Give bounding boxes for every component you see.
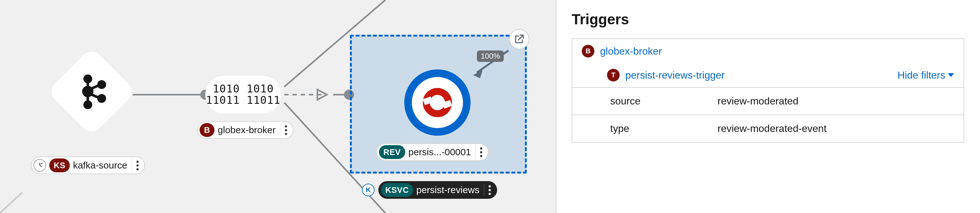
ksvc-pill[interactable]: KSVC persist-reviews	[379, 181, 497, 199]
details-panel: Triggers B globex-broker T persist-revie…	[556, 0, 980, 213]
triggers-box: B globex-broker T persist-reviews-trigge…	[572, 38, 964, 143]
badge-ksvc: KSVC	[381, 183, 413, 197]
trigger-link[interactable]: persist-reviews-trigger	[625, 70, 725, 81]
svg-rect-16	[86, 79, 89, 104]
kafka-diamond	[47, 47, 137, 136]
kebab-icon[interactable]	[484, 184, 493, 196]
openshift-icon	[416, 81, 458, 124]
panel-divider	[556, 0, 557, 213]
revision-pill[interactable]: REV persis...-00001	[377, 143, 488, 161]
panel-title: Triggers	[572, 11, 964, 28]
broker-glyph-2: 11011 11011	[206, 95, 280, 106]
deployment-ring[interactable]	[404, 70, 471, 136]
kafka-source-pill[interactable]: KS kafka-source	[31, 156, 145, 174]
svg-line-17	[90, 85, 99, 89]
table-row: type review-moderated-event	[572, 115, 964, 142]
chevron-down-icon	[948, 73, 954, 77]
badge-ks: KS	[49, 158, 70, 172]
svg-line-18	[90, 94, 99, 98]
traffic-percent: 100%	[477, 51, 504, 62]
filters-table: source review-moderated type review-mode…	[572, 87, 964, 142]
badge-b-mini: B	[582, 45, 594, 57]
hide-filters-label: Hide filters	[897, 70, 945, 81]
kebab-icon[interactable]	[132, 159, 141, 172]
badge-b: B	[200, 123, 215, 137]
open-url-button[interactable]	[509, 29, 529, 49]
filter-value: review-moderated	[708, 87, 964, 115]
kafka-source-label: kafka-source	[73, 160, 127, 171]
broker-glyph: 1010 1010	[213, 83, 274, 95]
kebab-icon[interactable]	[280, 124, 290, 136]
trigger-row[interactable]: T persist-reviews-trigger Hide filters	[572, 63, 964, 87]
ksvc-label: persist-reviews	[416, 184, 479, 196]
knative-dot[interactable]: K	[362, 184, 375, 196]
badge-t-mini: T	[607, 69, 620, 81]
table-row: source review-moderated	[572, 87, 964, 115]
filter-key: type	[572, 115, 708, 142]
filter-value: review-moderated-event	[708, 115, 964, 142]
topology-canvas[interactable]: KS kafka-source 1010 1010 11011 11011 B …	[0, 0, 556, 213]
badge-rev: REV	[379, 145, 405, 159]
broker-label: globex-broker	[218, 125, 275, 135]
svg-line-8	[0, 192, 22, 213]
hide-filters-toggle[interactable]: Hide filters	[897, 70, 954, 81]
clock-icon	[33, 159, 46, 172]
svg-marker-3	[317, 90, 327, 100]
broker-link[interactable]: globex-broker	[600, 45, 662, 57]
broker-pill[interactable]: B globex-broker	[197, 121, 293, 139]
external-link-icon	[514, 34, 525, 45]
kebab-icon[interactable]	[475, 146, 485, 158]
node-broker[interactable]: 1010 1010 11011 11011	[205, 76, 281, 114]
filter-key: source	[572, 87, 708, 115]
kafka-icon	[60, 60, 123, 123]
revision-label: persis...-00001	[408, 147, 471, 157]
broker-row[interactable]: B globex-broker	[572, 39, 964, 63]
